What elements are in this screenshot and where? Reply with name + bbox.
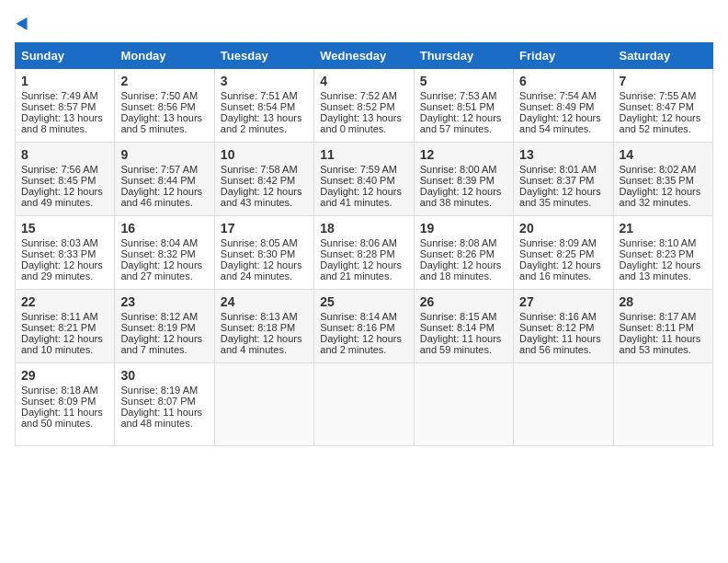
sunrise: Sunrise: 8:08 AM [420,237,497,248]
svg-marker-0 [16,15,32,30]
sunset: Sunset: 8:57 PM [21,101,96,112]
daylight: Daylight: 13 hours and 8 minutes. [21,112,103,134]
sunrise: Sunrise: 7:52 AM [320,90,397,101]
daylight: Daylight: 12 hours and 13 minutes. [620,259,701,282]
sunrise: Sunrise: 7:57 AM [120,164,198,175]
daylight: Daylight: 12 hours and 24 minutes. [221,259,302,282]
day-number: 14 [620,147,707,162]
sunrise: Sunrise: 7:58 AM [221,164,298,175]
header [15,15,713,35]
calendar-cell: 2Sunrise: 7:50 AMSunset: 8:56 PMDaylight… [115,69,214,143]
sunrise: Sunrise: 8:06 AM [320,237,397,248]
daylight: Daylight: 12 hours and 38 minutes. [420,186,502,208]
daylight: Daylight: 11 hours and 53 minutes. [620,333,701,355]
sunrise: Sunrise: 8:15 AM [420,311,497,322]
calendar-cell: 29Sunrise: 8:18 AMSunset: 8:09 PMDayligh… [16,363,115,446]
header-day: Thursday [414,43,513,69]
day-number: 30 [120,368,208,383]
calendar-cell: 23Sunrise: 8:12 AMSunset: 8:19 PMDayligh… [115,290,214,363]
sunrise: Sunrise: 8:12 AM [120,311,198,322]
day-number: 10 [221,147,308,162]
daylight: Daylight: 11 hours and 59 minutes. [420,333,502,355]
sunset: Sunset: 8:32 PM [120,248,195,259]
day-number: 21 [620,221,707,236]
calendar-cell: 17Sunrise: 8:05 AMSunset: 8:30 PMDayligh… [214,216,313,290]
header-day: Friday [514,43,613,69]
calendar-cell: 4Sunrise: 7:52 AMSunset: 8:52 PMDaylight… [314,69,414,143]
calendar-cell [414,363,513,446]
day-number: 7 [620,74,707,88]
day-number: 27 [519,294,607,309]
daylight: Daylight: 11 hours and 48 minutes. [120,407,202,429]
day-number: 15 [21,221,108,236]
calendar-week-row: 8Sunrise: 7:56 AMSunset: 8:45 PMDaylight… [16,143,713,216]
sunrise: Sunrise: 8:14 AM [320,311,397,322]
day-number: 26 [420,294,507,309]
calendar-cell: 15Sunrise: 8:03 AMSunset: 8:33 PMDayligh… [16,216,115,290]
sunset: Sunset: 8:16 PM [320,322,394,333]
calendar-cell: 22Sunrise: 8:11 AMSunset: 8:21 PMDayligh… [16,290,115,363]
daylight: Daylight: 11 hours and 50 minutes. [21,407,103,429]
sunset: Sunset: 8:14 PM [420,322,495,333]
logo [15,15,32,35]
header-day: Wednesday [314,43,414,69]
day-number: 20 [519,221,607,236]
day-number: 16 [120,221,208,236]
sunrise: Sunrise: 7:51 AM [221,90,298,101]
sunset: Sunset: 8:18 PM [221,322,295,333]
sunset: Sunset: 8:33 PM [21,248,96,259]
calendar-cell: 28Sunrise: 8:17 AMSunset: 8:11 PMDayligh… [613,290,712,363]
daylight: Daylight: 12 hours and 27 minutes. [120,259,202,282]
sunset: Sunset: 8:25 PM [519,248,594,259]
calendar-cell: 1Sunrise: 7:49 AMSunset: 8:57 PMDaylight… [16,69,115,143]
daylight: Daylight: 12 hours and 10 minutes. [21,333,103,355]
header-day: Sunday [16,43,115,69]
day-number: 5 [420,74,507,88]
sunset: Sunset: 8:30 PM [221,248,295,259]
daylight: Daylight: 13 hours and 5 minutes. [120,112,202,134]
day-number: 8 [21,147,108,162]
calendar-cell: 24Sunrise: 8:13 AMSunset: 8:18 PMDayligh… [214,290,313,363]
sunset: Sunset: 8:40 PM [320,175,394,186]
daylight: Daylight: 12 hours and 46 minutes. [120,186,202,208]
sunset: Sunset: 8:56 PM [120,101,195,112]
day-number: 25 [320,294,407,309]
sunset: Sunset: 8:11 PM [620,322,694,333]
sunset: Sunset: 8:44 PM [120,175,195,186]
calendar-cell: 7Sunrise: 7:55 AMSunset: 8:47 PMDaylight… [613,69,712,143]
day-number: 13 [519,147,607,162]
sunrise: Sunrise: 7:49 AM [21,90,98,101]
daylight: Daylight: 11 hours and 56 minutes. [519,333,601,355]
daylight: Daylight: 12 hours and 57 minutes. [420,112,502,134]
calendar-cell: 13Sunrise: 8:01 AMSunset: 8:37 PMDayligh… [514,143,613,216]
calendar-cell: 6Sunrise: 7:54 AMSunset: 8:49 PMDaylight… [514,69,613,143]
calendar-cell: 8Sunrise: 7:56 AMSunset: 8:45 PMDaylight… [16,143,115,216]
day-number: 28 [620,294,707,309]
daylight: Daylight: 13 hours and 2 minutes. [221,112,302,134]
calendar-table: SundayMondayTuesdayWednesdayThursdayFrid… [15,42,713,446]
calendar-header-row: SundayMondayTuesdayWednesdayThursdayFrid… [16,43,713,69]
calendar-cell: 11Sunrise: 7:59 AMSunset: 8:40 PMDayligh… [314,143,414,216]
daylight: Daylight: 12 hours and 52 minutes. [620,112,701,134]
day-number: 17 [221,221,308,236]
sunset: Sunset: 8:39 PM [420,175,495,186]
calendar-cell: 10Sunrise: 7:58 AMSunset: 8:42 PMDayligh… [214,143,313,216]
sunset: Sunset: 8:28 PM [320,248,394,259]
day-number: 23 [120,294,208,309]
day-number: 22 [21,294,108,309]
sunrise: Sunrise: 8:13 AM [221,311,298,322]
sunrise: Sunrise: 8:03 AM [21,237,98,248]
day-number: 18 [320,221,407,236]
calendar-week-row: 29Sunrise: 8:18 AMSunset: 8:09 PMDayligh… [16,363,713,446]
sunset: Sunset: 8:42 PM [221,175,295,186]
day-number: 6 [519,74,607,88]
calendar-cell: 14Sunrise: 8:02 AMSunset: 8:35 PMDayligh… [613,143,712,216]
calendar-cell: 5Sunrise: 7:53 AMSunset: 8:51 PMDaylight… [414,69,513,143]
sunrise: Sunrise: 7:53 AM [420,90,497,101]
calendar-cell [514,363,613,446]
sunrise: Sunrise: 8:04 AM [120,237,198,248]
daylight: Daylight: 13 hours and 0 minutes. [320,112,402,134]
day-number: 12 [420,147,507,162]
daylight: Daylight: 12 hours and 29 minutes. [21,259,103,282]
daylight: Daylight: 12 hours and 21 minutes. [320,259,402,282]
